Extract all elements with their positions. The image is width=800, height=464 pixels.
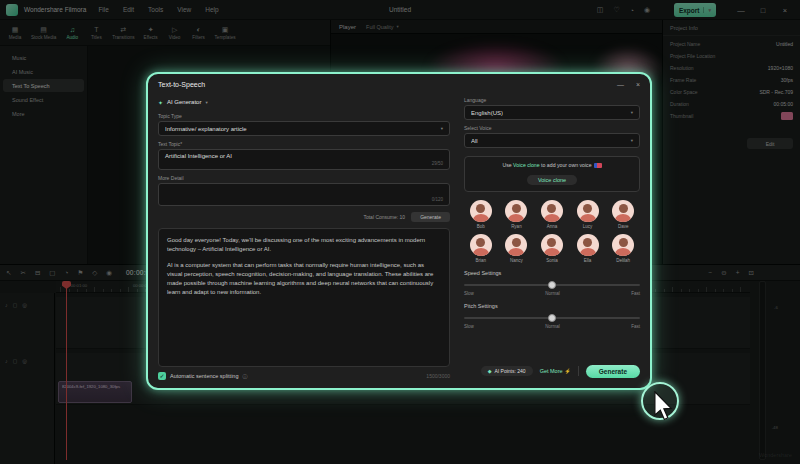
text-topic-label: Text Topic* bbox=[158, 141, 450, 147]
voice-sonia[interactable]: Sonia bbox=[535, 234, 569, 263]
voice-lucy[interactable]: Lucy bbox=[571, 200, 605, 229]
voice-avatar-icon bbox=[577, 200, 599, 222]
voice-anna[interactable]: Anna bbox=[535, 200, 569, 229]
pitch-slider[interactable] bbox=[464, 313, 640, 322]
voice-dave[interactable]: Dave bbox=[606, 200, 640, 229]
script-paragraph: Good day everyone! Today, we'll be discu… bbox=[167, 236, 441, 255]
flag-icon bbox=[594, 163, 602, 168]
voice-ella[interactable]: Ella bbox=[571, 234, 605, 263]
divider bbox=[578, 366, 579, 376]
voice-clone-banner: Use Voice clone to add your own voice Vo… bbox=[464, 156, 640, 192]
voice-avatar-icon bbox=[612, 234, 634, 256]
language-select[interactable]: English(US) ▾ bbox=[464, 105, 640, 120]
dialog-left-column: ✦ AI Generator ▾ Topic Type Informative/… bbox=[158, 96, 450, 380]
voice-clone-button[interactable]: Voice clone bbox=[527, 175, 577, 185]
more-detail-label: More Detail bbox=[158, 175, 450, 181]
pitch-settings: Pitch Settings SlowNormalFast bbox=[464, 303, 640, 329]
chevron-down-icon: ▾ bbox=[631, 110, 633, 115]
diamond-icon: ◆ bbox=[488, 368, 492, 374]
sentence-split-row: ✓ Automatic sentence splitting ⓘ 1500/30… bbox=[158, 372, 450, 380]
speed-settings-label: Speed Settings bbox=[464, 270, 640, 276]
voice-bob[interactable]: Bob bbox=[464, 200, 498, 229]
get-more-link[interactable]: Get More ⚡ bbox=[540, 368, 571, 374]
dialog-header: Text-to-Speech — × bbox=[148, 74, 650, 94]
pitch-mark-slow: Slow bbox=[464, 324, 474, 329]
dialog-close-icon[interactable]: × bbox=[636, 81, 640, 88]
voice-delilah[interactable]: Delilah bbox=[606, 234, 640, 263]
text-topic-value: Artificial Intelligence or AI bbox=[165, 153, 443, 159]
filmora-app: Wondershare Filmora FileEditToolsViewHel… bbox=[0, 0, 800, 464]
script-paragraph: AI is a computer system that can perform… bbox=[167, 261, 441, 298]
voice-avatar-icon bbox=[505, 200, 527, 222]
script-counter: 1500/3000 bbox=[426, 373, 450, 379]
voice-clone-text: Use Voice clone to add your own voice bbox=[469, 162, 635, 168]
dialog-right-column: Language English(US) ▾ Select Voice All … bbox=[464, 96, 640, 380]
voice-avatar-icon bbox=[612, 200, 634, 222]
get-more-label: Get More bbox=[540, 368, 563, 374]
more-detail-input[interactable]: 0/120 bbox=[158, 183, 450, 206]
lightning-icon: ⚡ bbox=[565, 368, 571, 374]
speed-mark-fast: Fast bbox=[631, 291, 640, 296]
voice-brian[interactable]: Brian bbox=[464, 234, 498, 263]
total-consume-label: Total Consume: 10 bbox=[363, 214, 405, 220]
pitch-mark-fast: Fast bbox=[631, 324, 640, 329]
voice-avatar-icon bbox=[541, 200, 563, 222]
select-voice-label: Select Voice bbox=[464, 125, 640, 131]
sparkle-icon: ✦ bbox=[158, 99, 163, 106]
voice-ryan[interactable]: Ryan bbox=[500, 200, 534, 229]
language-label: Language bbox=[464, 97, 640, 103]
language-value: English(US) bbox=[471, 110, 503, 116]
speed-slider-thumb[interactable] bbox=[548, 281, 556, 289]
text-topic-counter: 29/50 bbox=[432, 161, 443, 166]
ai-points-text: AI Points: 240 bbox=[494, 368, 525, 374]
chevron-down-icon: ▾ bbox=[441, 126, 443, 131]
consume-row: Total Consume: 10 Generate bbox=[158, 209, 450, 225]
ai-points-badge: ◆ AI Points: 240 bbox=[481, 366, 533, 376]
voice-avatar-icon bbox=[541, 234, 563, 256]
pitch-settings-label: Pitch Settings bbox=[464, 303, 640, 309]
text-topic-input[interactable]: Artificial Intelligence or AI 29/50 bbox=[158, 149, 450, 170]
voice-grid: BobRyanAnnaLucyDaveBrianNancySoniaEllaDe… bbox=[464, 200, 640, 263]
pitch-mark-normal: Normal bbox=[545, 324, 560, 329]
info-icon: ⓘ bbox=[242, 373, 247, 379]
chevron-down-icon: ▾ bbox=[631, 138, 633, 143]
voice-avatar-icon bbox=[577, 234, 599, 256]
speed-slider[interactable] bbox=[464, 280, 640, 289]
voice-avatar-icon bbox=[470, 234, 492, 256]
dialog-title: Text-to-Speech bbox=[158, 81, 605, 88]
pitch-slider-thumb[interactable] bbox=[548, 314, 556, 322]
dialog-footer: ◆ AI Points: 240 Get More ⚡ Generate bbox=[464, 362, 640, 380]
speed-mark-normal: Normal bbox=[545, 291, 560, 296]
sentence-split-checkbox[interactable]: ✓ bbox=[158, 372, 166, 380]
speed-settings: Speed Settings SlowNormalFast bbox=[464, 270, 640, 296]
dialog-minimize-icon[interactable]: — bbox=[617, 81, 624, 88]
regenerate-script-button[interactable]: Generate bbox=[411, 212, 450, 222]
generate-button[interactable]: Generate bbox=[586, 365, 640, 378]
topic-type-select[interactable]: Informative/ explanatory article ▾ bbox=[158, 121, 450, 136]
ai-generator-label: AI Generator bbox=[167, 99, 201, 105]
chevron-down-icon: ▾ bbox=[205, 100, 207, 105]
ai-generator-selector[interactable]: ✦ AI Generator ▾ bbox=[158, 96, 450, 108]
voice-avatar-icon bbox=[505, 234, 527, 256]
voice-avatar-icon bbox=[470, 200, 492, 222]
voice-value: All bbox=[471, 138, 478, 144]
voice-nancy[interactable]: Nancy bbox=[500, 234, 534, 263]
speed-mark-slow: Slow bbox=[464, 291, 474, 296]
sentence-split-label: Automatic sentence splitting bbox=[170, 373, 238, 379]
topic-type-label: Topic Type bbox=[158, 113, 450, 119]
script-textarea[interactable]: Good day everyone! Today, we'll be discu… bbox=[158, 228, 450, 367]
text-to-speech-dialog: Text-to-Speech — × ✦ AI Generator ▾ Topi… bbox=[146, 72, 652, 390]
mouse-cursor bbox=[652, 391, 674, 421]
more-detail-counter: 0/120 bbox=[432, 197, 443, 202]
voice-select[interactable]: All ▾ bbox=[464, 133, 640, 148]
topic-type-value: Informative/ explanatory article bbox=[165, 126, 247, 132]
